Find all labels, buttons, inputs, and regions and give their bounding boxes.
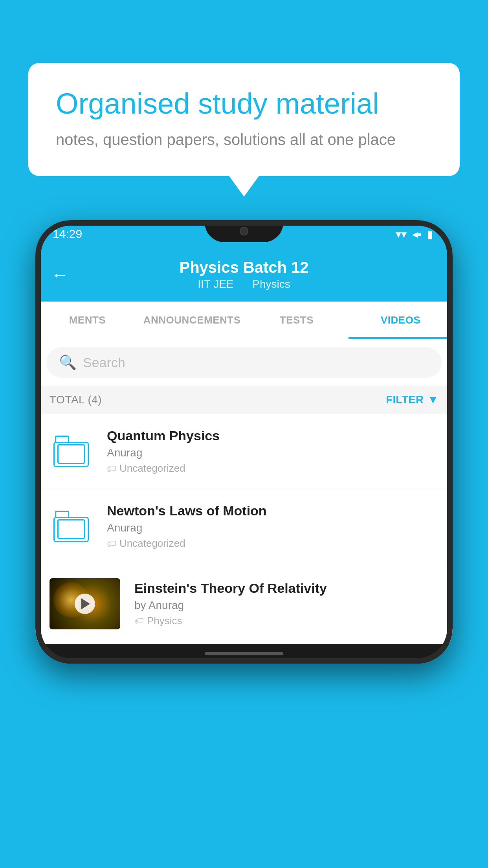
- video-author: Anurag: [107, 447, 438, 459]
- video-author: by Anurag: [134, 599, 438, 612]
- tab-videos[interactable]: VIDEOS: [349, 302, 453, 339]
- video-author: Anurag: [107, 522, 438, 534]
- filter-bar: TOTAL (4) FILTER ▼: [35, 386, 453, 414]
- filter-button[interactable]: FILTER ▼: [386, 394, 438, 406]
- status-icons: ▾▾ ◂▪ ▮: [396, 228, 433, 241]
- video-tag: 🏷 Uncategorized: [107, 537, 438, 550]
- phone-mockup: 14:29 ▾▾ ◂▪ ▮ ← Physics Batch 12 IIT JEE…: [35, 220, 453, 664]
- wifi-icon: ▾▾: [396, 228, 407, 241]
- phone-bottom-bar: [35, 644, 453, 664]
- tag-label: Uncategorized: [119, 537, 185, 550]
- tag-label: Uncategorized: [119, 462, 185, 474]
- list-item[interactable]: Einstein's Theory Of Relativity by Anura…: [35, 564, 453, 644]
- video-title: Einstein's Theory Of Relativity: [134, 581, 438, 596]
- app-header: ← Physics Batch 12 IIT JEE Physics: [35, 248, 453, 302]
- headline: Organised study material: [56, 86, 432, 121]
- play-button[interactable]: [75, 594, 95, 614]
- signal-icon: ◂▪: [412, 228, 422, 241]
- home-bar: [205, 652, 283, 655]
- speech-bubble: Organised study material notes, question…: [28, 63, 460, 176]
- video-thumbnail-2: [50, 509, 93, 544]
- tab-announcements[interactable]: ANNOUNCEMENTS: [139, 302, 245, 339]
- video-thumbnail-1: [50, 434, 93, 469]
- video-title: Quantum Physics: [107, 428, 438, 443]
- folder-icon: [53, 436, 89, 467]
- list-item[interactable]: Quantum Physics Anurag 🏷 Uncategorized: [35, 414, 453, 489]
- video-thumbnail-3: [50, 578, 120, 629]
- tab-tests[interactable]: TESTS: [244, 302, 349, 339]
- header-title-group: Physics Batch 12 IIT JEE Physics: [179, 259, 308, 291]
- subtext: notes, question papers, solutions all at…: [56, 131, 432, 149]
- tag-icon: 🏷: [107, 463, 116, 474]
- tag-label: Physics: [147, 615, 182, 627]
- folder-tab: [55, 436, 69, 442]
- video-info-1: Quantum Physics Anurag 🏷 Uncategorized: [107, 428, 438, 474]
- notch: [205, 220, 283, 242]
- tab-bar: MENTS ANNOUNCEMENTS TESTS VIDEOS: [35, 302, 453, 339]
- total-count: TOTAL (4): [50, 394, 102, 406]
- video-tag: 🏷 Uncategorized: [107, 462, 438, 474]
- video-info-2: Newton's Laws of Motion Anurag 🏷 Uncateg…: [107, 503, 438, 550]
- search-container: 🔍 Search: [35, 339, 453, 386]
- subtitle-physics: Physics: [252, 278, 290, 290]
- video-info-3: Einstein's Theory Of Relativity by Anura…: [134, 581, 438, 627]
- tag-icon: 🏷: [134, 616, 144, 627]
- play-triangle-icon: [81, 598, 90, 609]
- back-button[interactable]: ←: [51, 265, 68, 285]
- folder-inner: [57, 519, 85, 539]
- folder-tab: [55, 511, 69, 517]
- front-camera: [240, 227, 248, 235]
- video-title: Newton's Laws of Motion: [107, 503, 438, 519]
- subtitle-iitjee: IIT JEE: [198, 278, 233, 290]
- batch-subtitle: IIT JEE Physics: [179, 278, 308, 291]
- battery-icon: ▮: [427, 228, 433, 241]
- search-bar[interactable]: 🔍 Search: [46, 347, 442, 378]
- tag-icon: 🏷: [107, 538, 116, 549]
- filter-icon: ▼: [427, 394, 438, 406]
- list-item[interactable]: Newton's Laws of Motion Anurag 🏷 Uncateg…: [35, 489, 453, 564]
- video-tag: 🏷 Physics: [134, 615, 438, 627]
- filter-label: FILTER: [386, 394, 424, 406]
- video-list: Quantum Physics Anurag 🏷 Uncategorized: [35, 414, 453, 644]
- speech-bubble-section: Organised study material notes, question…: [28, 63, 460, 176]
- status-time: 14:29: [53, 227, 82, 241]
- search-placeholder: Search: [83, 355, 125, 370]
- phone-body: 14:29 ▾▾ ◂▪ ▮ ← Physics Batch 12 IIT JEE…: [35, 220, 453, 664]
- search-icon: 🔍: [59, 354, 77, 371]
- batch-title: Physics Batch 12: [179, 259, 308, 276]
- tab-ments[interactable]: MENTS: [35, 302, 139, 339]
- folder-inner: [57, 444, 85, 464]
- folder-icon: [53, 511, 89, 542]
